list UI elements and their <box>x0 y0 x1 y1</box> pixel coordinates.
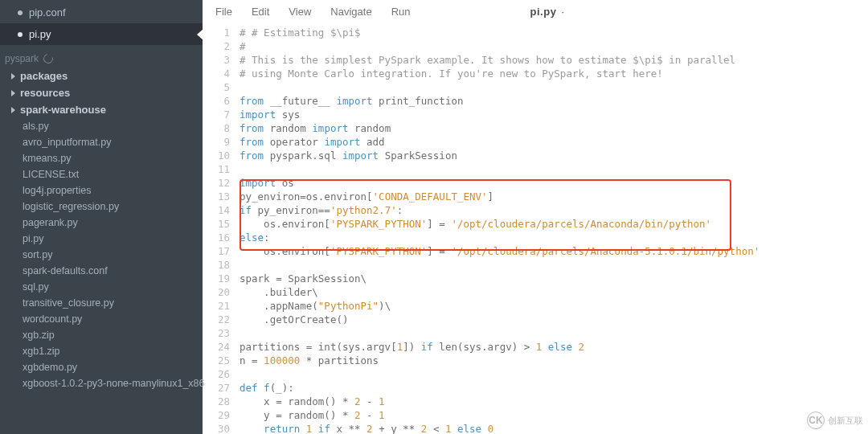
code-line[interactable]: else: <box>240 231 868 244</box>
code-line[interactable]: from random import random <box>240 121 868 135</box>
chevron-right-icon <box>11 73 15 80</box>
code-line[interactable] <box>240 367 868 381</box>
file-item[interactable]: xgbdemo.py <box>0 359 203 375</box>
chevron-right-icon <box>11 107 15 113</box>
menu-navigate[interactable]: Navigate <box>330 6 371 18</box>
menu-run[interactable]: Run <box>391 6 411 18</box>
file-item[interactable]: LICENSE.txt <box>0 166 203 182</box>
watermark: CK 创新互联 <box>807 411 863 429</box>
file-item[interactable]: kmeans.py <box>0 150 203 166</box>
tab-dot-icon <box>18 32 23 37</box>
menu-file[interactable]: File <box>215 6 232 18</box>
document-title: pi.py· <box>530 6 565 18</box>
folder-label: resources <box>20 87 70 99</box>
file-item[interactable]: sql.py <box>0 279 203 295</box>
folder-spark-warehouse[interactable]: spark-warehouse <box>0 101 203 118</box>
folder-label: packages <box>20 70 68 82</box>
file-item[interactable]: spark-defaults.conf <box>0 263 203 279</box>
file-item[interactable]: sort.py <box>0 247 203 263</box>
file-item[interactable]: xgb.zip <box>0 327 203 343</box>
file-item[interactable]: transitive_closure.py <box>0 295 203 311</box>
file-list: als.pyavro_inputformat.pykmeans.pyLICENS… <box>0 118 203 391</box>
code-line[interactable]: from __future__ import print_function <box>240 94 868 108</box>
code-line[interactable]: n = 100000 * partitions <box>240 354 868 367</box>
tab-pi-py[interactable]: pi.py <box>0 23 203 45</box>
code-line[interactable] <box>240 80 868 94</box>
code-area[interactable]: # # Estimating $\pi$## This is the simpl… <box>240 26 868 434</box>
tab-label: pip.conf <box>29 6 66 18</box>
code-line[interactable]: .appName("PythonPi")\ <box>240 299 868 313</box>
file-item[interactable]: wordcount.py <box>0 311 203 327</box>
file-item[interactable]: avro_inputformat.py <box>0 134 203 150</box>
code-line[interactable]: .getOrCreate() <box>240 313 868 326</box>
project-name: pyspark <box>5 53 39 64</box>
project-header[interactable]: pyspark <box>0 45 203 68</box>
watermark-text: 创新互联 <box>828 415 863 427</box>
menu-view[interactable]: View <box>289 6 311 18</box>
chevron-right-icon <box>11 90 15 96</box>
code-line[interactable]: if py_environ=='python2.7': <box>240 203 868 217</box>
code-line[interactable] <box>240 258 868 272</box>
code-line[interactable] <box>240 162 868 176</box>
code-line[interactable]: x = random() * 2 - 1 <box>240 395 868 408</box>
tab-label: pi.py <box>29 28 51 40</box>
code-line[interactable] <box>240 326 868 340</box>
code-line[interactable]: from operator import add <box>240 135 868 149</box>
main-panel: File Edit View Navigate Run pi.py· 12345… <box>203 0 868 434</box>
code-line[interactable]: # using Monte Carlo integration. If you'… <box>240 67 868 80</box>
refresh-icon[interactable] <box>42 52 55 65</box>
folder-resources[interactable]: resources <box>0 84 203 101</box>
file-item[interactable]: pi.py <box>0 231 203 247</box>
watermark-logo-icon: CK <box>807 411 825 429</box>
open-tabs: pip.conf pi.py <box>0 0 203 45</box>
sidebar: pip.conf pi.py pyspark packages resource… <box>0 0 203 434</box>
code-line[interactable]: # # Estimating $\pi$ <box>240 26 868 39</box>
modified-indicator: · <box>556 6 564 18</box>
code-line[interactable]: # <box>240 39 868 53</box>
file-item[interactable]: als.py <box>0 118 203 134</box>
code-line[interactable]: # This is the simplest PySpark example. … <box>240 53 868 67</box>
file-item[interactable]: log4j.properties <box>0 182 203 199</box>
code-line[interactable]: return 1 if x ** 2 + y ** 2 < 1 else 0 <box>240 422 868 434</box>
code-line[interactable]: y = random() * 2 - 1 <box>240 408 868 422</box>
folder-packages[interactable]: packages <box>0 68 203 84</box>
folder-label: spark-warehouse <box>20 104 106 116</box>
code-line[interactable]: def f(_): <box>240 381 868 395</box>
file-item[interactable]: xgb1.zip <box>0 343 203 359</box>
code-line[interactable]: .builder\ <box>240 285 868 299</box>
code-line[interactable]: from pyspark.sql import SparkSession <box>240 149 868 162</box>
file-item[interactable]: logistic_regression.py <box>0 199 203 215</box>
code-line[interactable]: spark = SparkSession\ <box>240 272 868 285</box>
tab-dot-icon <box>18 10 23 15</box>
file-item[interactable]: pagerank.py <box>0 215 203 231</box>
code-line[interactable]: py_environ=os.environ['CONDA_DEFAULT_ENV… <box>240 190 868 203</box>
code-editor[interactable]: 1234567891011121314151617181920212223242… <box>203 23 868 434</box>
code-line[interactable]: import os <box>240 176 868 190</box>
code-line[interactable]: partitions = int(sys.argv[1]) if len(sys… <box>240 340 868 354</box>
menu-edit[interactable]: Edit <box>252 6 269 18</box>
line-gutter: 1234567891011121314151617181920212223242… <box>203 26 240 434</box>
code-line[interactable]: os.environ['PYSPARK_PYTHON'] = '/opt/clo… <box>240 244 868 258</box>
file-item[interactable]: xgboost-1.0.2-py3-none-manylinux1_x86 <box>0 375 203 391</box>
code-line[interactable]: os.environ['PYSPARK_PYTHON'] = '/opt/clo… <box>240 217 868 231</box>
menu-bar: File Edit View Navigate Run pi.py· <box>203 0 868 23</box>
code-line[interactable]: import sys <box>240 108 868 121</box>
tab-pip-conf[interactable]: pip.conf <box>0 2 203 23</box>
